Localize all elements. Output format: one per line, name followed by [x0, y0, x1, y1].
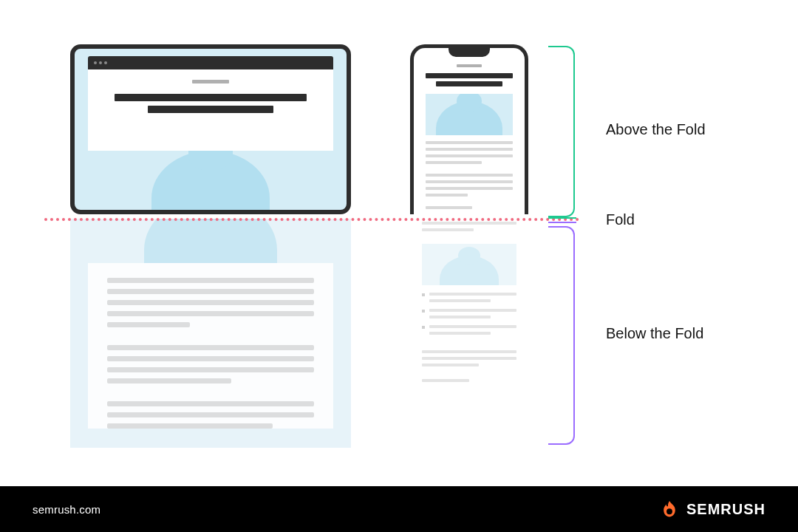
phone-notch [449, 47, 490, 57]
bracket-above-fold [548, 46, 575, 217]
subheadline-placeholder [436, 81, 502, 86]
meta-text-placeholder [457, 64, 482, 67]
fire-icon [660, 499, 679, 519]
mobile-below-fold [410, 219, 528, 448]
label-above-fold: Above the Fold [606, 121, 706, 138]
footer-site-url: semrush.com [33, 503, 100, 516]
hero-image-placeholder [88, 151, 333, 210]
bracket-below-fold [548, 226, 575, 445]
subheadline-placeholder [148, 106, 273, 113]
bracket-fold-tick [548, 217, 576, 223]
diagram-canvas: Above the Fold Fold Below the Fold [0, 0, 798, 480]
meta-text-placeholder [192, 80, 229, 83]
footer-bar: semrush.com SEMRUSH [0, 486, 798, 532]
brand-name: SEMRUSH [686, 501, 765, 518]
brand-logo: SEMRUSH [660, 499, 765, 519]
desktop-below-fold [70, 219, 351, 448]
mobile-device [410, 44, 528, 214]
headline-placeholder [426, 73, 513, 78]
hero-image-placeholder [426, 94, 513, 135]
label-below-fold: Below the Fold [606, 325, 703, 342]
headline-placeholder [115, 94, 307, 101]
svg-point-0 [666, 508, 672, 514]
label-fold: Fold [606, 211, 635, 228]
fold-line [44, 218, 579, 221]
desktop-device [70, 44, 351, 214]
browser-chrome [88, 56, 333, 69]
